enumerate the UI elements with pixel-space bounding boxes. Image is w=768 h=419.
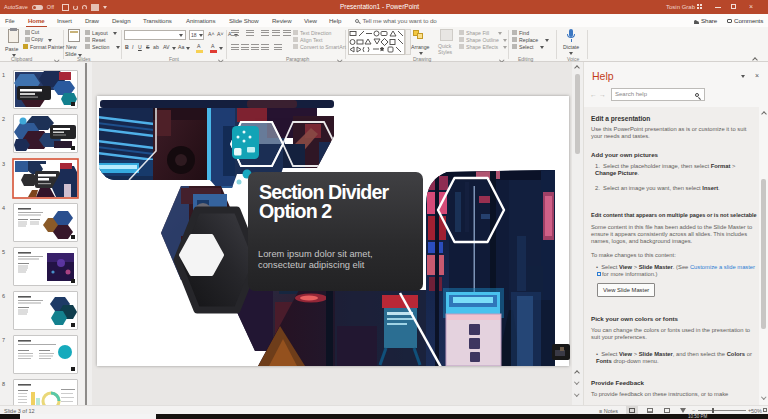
svg-text:Lorem ipsum dolor sit amet,: Lorem ipsum dolor sit amet, [258, 249, 373, 259]
svg-text:Option 2: Option 2 [259, 200, 332, 222]
svg-text:consectetur adipiscing elit: consectetur adipiscing elit [258, 260, 365, 270]
